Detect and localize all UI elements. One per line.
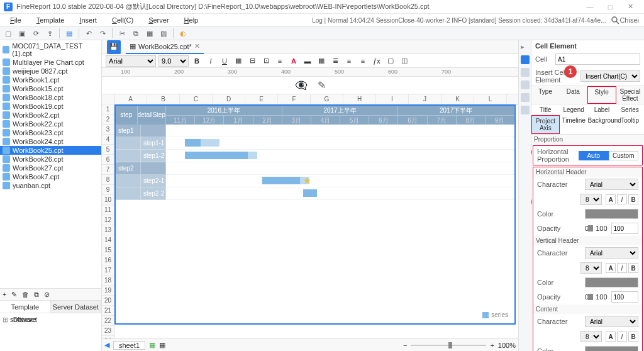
add-dataset-icon[interactable]: + [3, 291, 6, 298]
tab-template-dataset[interactable]: Template Dataset [0, 301, 51, 313]
maximize-button[interactable]: □ [600, 3, 620, 11]
tab-style[interactable]: Style [587, 86, 616, 104]
formula-button[interactable]: ƒx [371, 55, 382, 67]
row-header[interactable]: 23 [102, 326, 114, 336]
clear-dataset-icon[interactable]: ⊘ [44, 291, 50, 299]
italic-button[interactable]: I [205, 55, 216, 67]
row-header[interactable]: 14 [102, 235, 114, 245]
subtab-label[interactable]: Label [588, 104, 616, 115]
row-header[interactable]: 6 [102, 155, 114, 165]
align-left-button[interactable]: ≡ [274, 55, 286, 67]
subtab-legend[interactable]: Legend [560, 104, 588, 115]
bolder-btn[interactable]: B [628, 263, 638, 273]
tab-data[interactable]: Data [559, 86, 587, 104]
row-header[interactable]: 3 [102, 125, 114, 135]
export-icon[interactable]: ⇪ [44, 28, 55, 39]
color-picker[interactable] [585, 277, 638, 287]
menu-insert[interactable]: Insert [72, 16, 104, 24]
file-item[interactable]: WorkBook7.cpt [0, 172, 101, 181]
row-header[interactable]: 12 [102, 215, 114, 225]
hprop-custom-button[interactable]: Custom [609, 151, 639, 160]
right-nav-cond-icon[interactable] [521, 81, 530, 89]
color-picker[interactable] [585, 209, 638, 219]
right-nav-attr-icon[interactable] [521, 68, 530, 77]
italic-btn[interactable]: I [617, 263, 627, 273]
bolder-btn[interactable]: B [628, 332, 638, 342]
file-item[interactable]: WorkBook18.cpt [0, 93, 101, 102]
row-header[interactable]: 4 [102, 135, 114, 145]
right-nav-link-icon[interactable] [521, 93, 530, 102]
subtab-timeline[interactable]: Timeline [560, 115, 588, 134]
file-item[interactable]: WorkBook1.cpt [0, 75, 101, 84]
dataset-node[interactable]: software [10, 316, 36, 323]
align-h-button[interactable]: ≣ [330, 55, 341, 67]
bold-button[interactable]: B [191, 55, 203, 67]
merge-button[interactable]: ⊟ [247, 55, 258, 67]
file-item[interactable]: weijiejue 0827.cpt [0, 67, 101, 75]
save-icon[interactable]: ▤ [64, 28, 75, 39]
grid-button[interactable]: ▦ [316, 55, 327, 67]
col-header[interactable]: L [474, 94, 507, 104]
col-header[interactable]: F [278, 94, 311, 104]
color-picker[interactable] [585, 346, 638, 351]
opacity-input[interactable] [611, 223, 639, 234]
tab-type[interactable]: Type [531, 86, 559, 104]
row-header[interactable]: 20 [102, 296, 114, 306]
document-tab[interactable]: ▦WorkBook25.cpt* ✕ [126, 40, 204, 54]
save-button[interactable]: 💾 [107, 40, 121, 54]
row-header[interactable]: 13 [102, 225, 114, 235]
visibility-icon[interactable]: 👁‍🗨 [295, 79, 308, 91]
underline-button[interactable]: U [219, 55, 230, 67]
col-header[interactable]: D [213, 94, 245, 104]
row-header[interactable]: 8 [102, 175, 114, 185]
col-header[interactable]: B [147, 94, 180, 104]
menu-cell(c)[interactable]: Cell(C) [104, 16, 141, 24]
col-header[interactable]: A [114, 94, 147, 104]
delete-dataset-icon[interactable]: 🗑 [22, 291, 29, 298]
bold-btn[interactable]: A [606, 263, 616, 273]
open-icon[interactable]: ▣ [16, 28, 28, 39]
col-header[interactable]: E [245, 94, 278, 104]
edit-dataset-icon[interactable]: ✎ [11, 291, 17, 299]
opacity-input[interactable] [611, 291, 639, 303]
right-nav-widget-icon[interactable] [521, 106, 530, 114]
minimize-button[interactable]: — [580, 3, 600, 11]
col-header[interactable]: G [311, 94, 343, 104]
row-header[interactable]: 5 [102, 145, 114, 155]
row-header[interactable]: 21 [102, 306, 114, 316]
menu-help[interactable]: Help [177, 16, 206, 24]
sheet-tab[interactable]: sheet1 [113, 341, 145, 350]
bold-btn[interactable]: A [606, 194, 616, 204]
col-header[interactable]: K [441, 94, 474, 104]
zoom-out-icon[interactable]: − [403, 342, 407, 349]
row-header[interactable]: 18 [102, 276, 114, 286]
row-header[interactable]: 16 [102, 255, 114, 265]
refresh-icon[interactable]: ⟳ [30, 28, 42, 39]
search-icon[interactable] [611, 16, 619, 25]
right-nav-collapse-icon[interactable]: ▸ [521, 43, 530, 52]
row-header[interactable]: 11 [102, 205, 114, 215]
file-item[interactable]: WorkBook22.cpt [0, 120, 101, 128]
undo-icon[interactable]: ↶ [83, 28, 94, 39]
menu-template[interactable]: Template [29, 16, 72, 24]
bold-btn[interactable]: A [606, 332, 616, 342]
file-item[interactable]: WorkBook25.cpt [0, 146, 101, 155]
add-sheet-icon[interactable]: ▦ [149, 341, 155, 349]
redo-icon[interactable]: ↷ [97, 28, 108, 39]
font-select[interactable]: Arial [106, 55, 156, 67]
menu-file[interactable]: File [3, 16, 29, 24]
col-header[interactable]: H [343, 94, 376, 104]
size-select[interactable]: 9.0 [158, 55, 189, 67]
cell-input[interactable] [555, 53, 640, 65]
hprop-auto-button[interactable]: Auto [579, 151, 609, 160]
paste-icon[interactable]: ▦ [144, 28, 155, 39]
file-item[interactable]: WorkBook23.cpt [0, 128, 101, 137]
file-item[interactable]: Multilayer Pie Chart.cpt [0, 58, 101, 67]
cell-button[interactable]: ▢ [385, 55, 396, 67]
sheet-menu-icon[interactable]: ▦ [159, 341, 165, 349]
brush-icon[interactable]: ▨ [158, 28, 169, 39]
row-header[interactable]: 7 [102, 165, 114, 175]
subtab-background[interactable]: Background [588, 115, 616, 134]
subtab-tooltip[interactable]: Tooltip [616, 115, 644, 134]
right-nav-cell-icon[interactable] [521, 55, 530, 64]
